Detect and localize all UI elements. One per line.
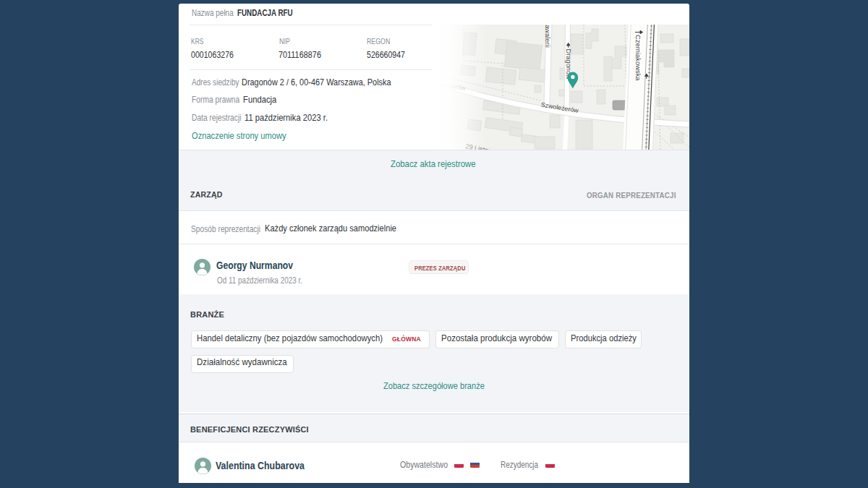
- svg-text:Czerniakowska: Czerniakowska: [634, 35, 642, 81]
- svg-text:Kawalerii: Kawalerii: [544, 25, 551, 48]
